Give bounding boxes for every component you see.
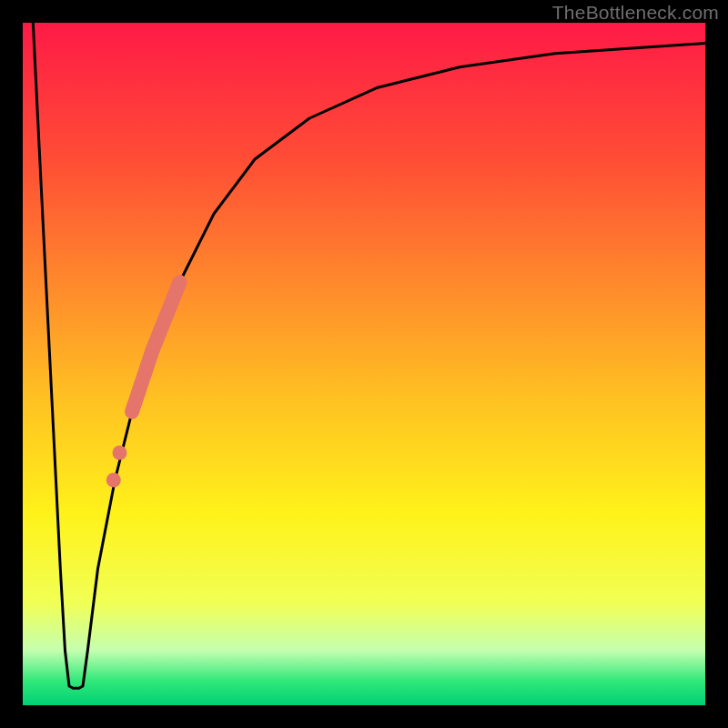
watermark-text: TheBottleneck.com xyxy=(552,2,719,24)
svg-point-2 xyxy=(106,473,121,488)
plot-background xyxy=(23,23,705,705)
svg-point-1 xyxy=(113,446,127,460)
bottleneck-chart xyxy=(0,0,728,728)
chart-stage: TheBottleneck.com xyxy=(0,0,728,728)
